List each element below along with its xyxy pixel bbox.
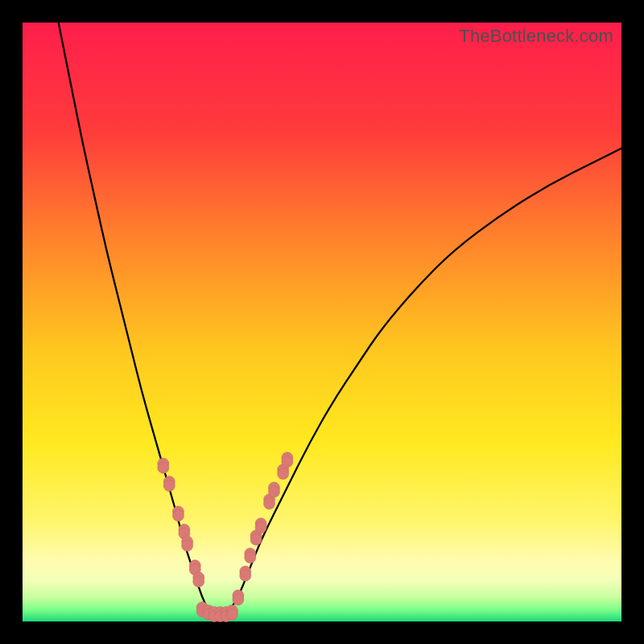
chart-svg xyxy=(23,23,621,621)
plot-area: TheBottleneck.com xyxy=(23,23,621,621)
marker-dot xyxy=(282,456,293,468)
marker-dot xyxy=(233,594,244,605)
marker-dot xyxy=(182,540,193,551)
marker-dot xyxy=(250,534,262,545)
marker-dot xyxy=(172,510,184,522)
marker-layer xyxy=(158,452,293,622)
marker-dot xyxy=(158,462,169,473)
marker-dot xyxy=(163,480,175,491)
right-curve xyxy=(226,148,621,615)
marker-dot xyxy=(193,576,204,587)
marker-dot xyxy=(264,498,275,510)
marker-dot xyxy=(245,552,256,564)
marker-dot xyxy=(226,609,237,620)
frame: TheBottleneck.com xyxy=(0,0,644,644)
marker-dot xyxy=(268,486,279,497)
marker-dot xyxy=(278,468,289,479)
left-curve xyxy=(59,23,214,616)
marker-dot xyxy=(255,522,266,533)
marker-dot xyxy=(240,570,251,581)
